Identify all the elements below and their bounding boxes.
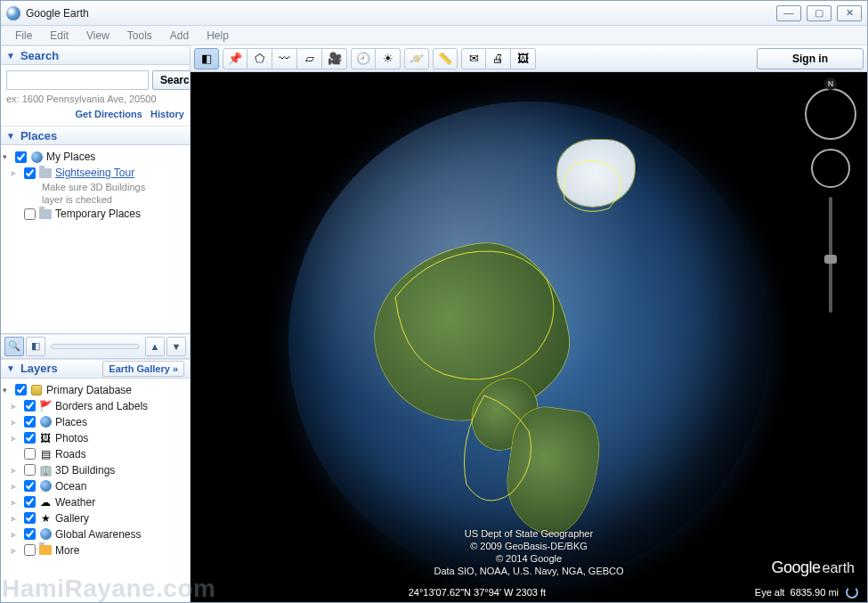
expand-icon[interactable]: ▹ [12, 430, 20, 446]
opacity-slider[interactable] [51, 344, 140, 349]
move-up-button[interactable]: ▲ [145, 337, 165, 356]
expand-icon[interactable]: ▹ [12, 542, 20, 558]
tree-description: Make sure 3D Buildings [42, 181, 188, 193]
panel-toggle-button[interactable]: ◧ [26, 337, 45, 356]
search-panel-header[interactable]: ▼ Search [1, 45, 190, 65]
expand-icon[interactable]: ▹ [12, 398, 20, 414]
layers-panel-header[interactable]: ▼ Layers Earth Gallery » [1, 359, 190, 379]
checkbox[interactable] [24, 432, 36, 444]
save-image-button[interactable]: 🖼 [511, 48, 536, 69]
collapse-icon: ▼ [6, 131, 15, 141]
checkbox[interactable] [24, 167, 36, 179]
signin-button[interactable]: Sign in [757, 48, 864, 69]
sidebar-toggle-button[interactable]: ◧ [194, 48, 219, 69]
layer-item[interactable]: ▹★Gallery [3, 510, 188, 526]
print-button[interactable]: 🖨 [486, 48, 511, 69]
find-button[interactable]: 🔍 [4, 337, 24, 356]
layer-item[interactable]: ▹🖼Photos [3, 430, 188, 446]
checkbox[interactable] [24, 400, 36, 412]
expand-icon[interactable]: ▾ [3, 382, 12, 398]
close-button[interactable]: ✕ [837, 5, 862, 21]
eye-alt-label: Eye alt [755, 587, 785, 598]
move-down-button[interactable]: ▼ [166, 337, 186, 356]
checkbox[interactable] [24, 528, 36, 540]
expand-icon[interactable]: ▹ [12, 414, 20, 430]
earth-gallery-button[interactable]: Earth Gallery » [102, 361, 184, 377]
history-imagery-button[interactable]: 🕘 [351, 48, 376, 69]
layer-label: 3D Buildings [55, 462, 115, 478]
menu-add[interactable]: Add [161, 28, 198, 44]
get-directions-link[interactable]: Get Directions [76, 109, 142, 119]
layer-item[interactable]: ▹☁Weather [3, 494, 188, 510]
tree-node-sightseeing[interactable]: ▹ Sightseeing Tour [3, 165, 188, 181]
app-window: Google Earth — ▢ ✕ File Edit View Tools … [0, 0, 868, 603]
globe-viewport[interactable]: N US Dept of State Geographer © 2009 Geo… [191, 72, 867, 602]
checkbox[interactable] [24, 464, 36, 476]
look-joystick[interactable]: N [805, 88, 856, 140]
checkbox[interactable] [24, 544, 36, 556]
checkbox[interactable] [24, 496, 36, 508]
checkbox[interactable] [24, 480, 36, 492]
email-button[interactable]: ✉ [461, 48, 486, 69]
record-tour-button[interactable]: 🎥 [322, 48, 347, 69]
menu-tools[interactable]: Tools [118, 28, 161, 44]
checkbox[interactable] [15, 151, 27, 163]
planets-button[interactable]: 🪐 [404, 48, 429, 69]
expand-icon[interactable]: ▹ [12, 510, 20, 526]
expand-icon[interactable]: ▹ [12, 165, 20, 181]
checkbox[interactable] [24, 512, 36, 524]
add-image-overlay-button[interactable]: ▱ [297, 48, 322, 69]
folder-icon [39, 167, 52, 179]
add-path-button[interactable]: 〰 [272, 48, 297, 69]
layer-label: Photos [55, 430, 88, 446]
sunlight-button[interactable]: ☀ [376, 48, 401, 69]
layer-item[interactable]: ▹Ocean [3, 478, 188, 494]
expand-icon[interactable]: ▹ [12, 462, 20, 478]
zoom-slider[interactable] [829, 197, 832, 313]
layer-label: Ocean [55, 478, 86, 494]
search-button[interactable]: Search [152, 70, 191, 90]
tree-label: My Places [46, 149, 95, 165]
layer-item[interactable]: ▹🏢3D Buildings [3, 462, 188, 478]
tree-node-temporary[interactable]: Temporary Places [3, 206, 188, 222]
add-placemark-button[interactable]: 📌 [223, 48, 247, 69]
move-joystick[interactable] [811, 149, 850, 188]
layer-item[interactable]: ▹Places [3, 414, 188, 430]
history-link[interactable]: History [150, 109, 184, 119]
checkbox[interactable] [24, 416, 36, 428]
menu-file[interactable]: File [6, 28, 41, 44]
layer-item[interactable]: ▤Roads [3, 446, 188, 462]
expand-icon[interactable]: ▹ [12, 526, 20, 542]
expand-icon[interactable]: ▾ [3, 149, 12, 165]
zoom-handle[interactable] [824, 255, 837, 264]
tree-label[interactable]: Sightseeing Tour [55, 165, 134, 181]
add-polygon-button[interactable]: ⬠ [247, 48, 272, 69]
layer-item[interactable]: ▹🚩Borders and Labels [3, 398, 188, 414]
checkbox[interactable] [24, 208, 36, 220]
layer-item[interactable]: ▹Global Awareness [3, 526, 188, 542]
globe-icon [39, 416, 52, 428]
menu-edit[interactable]: Edit [41, 28, 77, 44]
titlebar[interactable]: Google Earth — ▢ ✕ [1, 1, 867, 26]
minimize-button[interactable]: — [776, 5, 801, 21]
compass-north-icon[interactable]: N [824, 77, 837, 90]
expand-icon[interactable]: ▹ [12, 494, 20, 510]
search-input[interactable] [6, 70, 149, 90]
tree-node-primary-db[interactable]: ▾ Primary Database [3, 382, 188, 398]
expand-icon[interactable] [12, 206, 20, 222]
menu-view[interactable]: View [77, 28, 118, 44]
globe[interactable] [288, 102, 769, 583]
places-panel-header[interactable]: ▼ Places [1, 126, 190, 145]
viewport-wrap: ◧ 📌 ⬠ 〰 ▱ 🎥 🕘 ☀ 🪐 📏 ✉ 🖨 🖼 [191, 45, 867, 602]
checkbox[interactable] [24, 448, 36, 460]
collapse-icon: ▼ [6, 51, 15, 61]
maximize-button[interactable]: ▢ [807, 5, 831, 21]
expand-icon[interactable] [12, 446, 20, 462]
ruler-button[interactable]: 📏 [433, 48, 458, 69]
layer-item[interactable]: ▹More [3, 542, 188, 558]
menu-help[interactable]: Help [198, 28, 238, 44]
eye-alt-display: Eye alt 6835.90 mi [755, 587, 839, 598]
tree-node-my-places[interactable]: ▾ My Places [3, 149, 188, 165]
expand-icon[interactable]: ▹ [12, 478, 20, 494]
checkbox[interactable] [15, 384, 27, 395]
